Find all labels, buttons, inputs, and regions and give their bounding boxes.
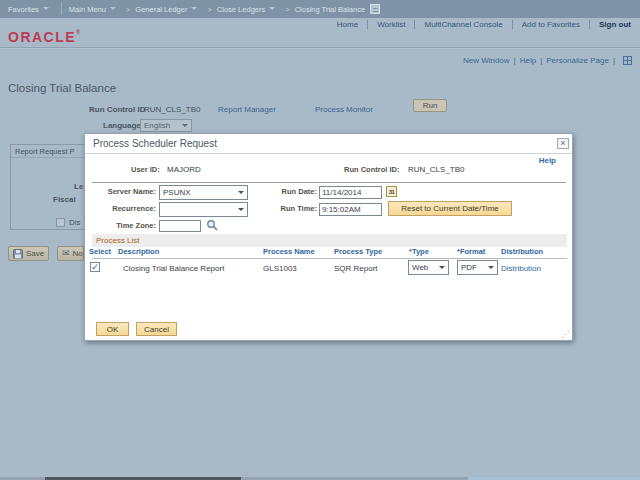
row-process-name: GLS1003 [263,264,297,273]
divider [512,20,513,29]
process-scheduler-request-dialog: Process Scheduler Request Help User ID: … [84,133,573,341]
envelope-icon: ✉ [62,249,70,258]
type-select[interactable]: Web [408,260,449,275]
chevron-down-icon [238,191,244,194]
link-home[interactable]: Home [337,20,358,29]
floppy-disk-icon [13,249,23,259]
display-checkbox[interactable] [56,218,65,227]
link-sign-out[interactable]: Sign out [599,20,631,29]
run-date-label: Run Date: [245,187,317,196]
select-checkbox[interactable] [90,262,100,272]
type-value: Web [412,263,428,272]
menu-main-menu[interactable]: Main Menu [69,5,106,14]
chevron-down-icon [191,7,197,10]
chevron-down-icon [182,124,188,127]
chevron-down-icon [238,208,244,211]
col-select: Select [89,247,111,256]
divider: | [613,56,615,65]
run-time-input[interactable]: 9:15:02AM [319,203,382,216]
server-name-select[interactable]: PSUNX [159,185,248,200]
server-name-value: PSUNX [163,188,191,197]
header-links: Home Worklist MultiChannel Console Add t… [337,20,631,29]
divider [367,20,368,29]
save-button-label: Save [26,249,44,258]
col-process-name: Process Name [263,247,315,256]
divider: | [514,56,516,65]
link-multichannel-console[interactable]: MultiChannel Console [424,20,502,29]
dialog-title: Process Scheduler Request [93,138,217,149]
language-value: English [144,121,170,130]
cancel-button[interactable]: Cancel [136,322,177,336]
run-control-id-value: RUN_CLS_TB0 [144,105,200,114]
breadcrumb-general-ledger[interactable]: General Ledger [135,5,187,14]
process-list-header-bar: Process List [92,234,567,247]
breadcrumb-separator: > [207,5,211,14]
fiscal-year-label-partial: Fiscal [53,195,76,204]
breadcrumb-closing-trial-balance[interactable]: Closing Trial Balance [295,5,365,14]
ledger-label-partial: Le [74,182,83,191]
page-title: Closing Trial Balance [8,82,116,94]
divider: | [540,56,542,65]
time-zone-label: Time Zone: [85,221,156,230]
col-description: Description [118,247,159,256]
lookup-magnifier-icon[interactable] [206,219,219,232]
chevron-down-icon [488,266,494,269]
language-select[interactable]: English [140,119,192,132]
link-worklist[interactable]: Worklist [377,20,405,29]
col-type: *Type [409,247,429,256]
divider [92,182,566,183]
ok-button[interactable]: OK [96,322,129,336]
col-format: *Format [457,247,485,256]
calendar-icon[interactable] [386,186,397,197]
run-control-id-label: Run Control ID: [344,165,399,174]
display-label-partial: Dis [69,218,81,227]
notepad-icon[interactable] [370,4,380,14]
run-date-input[interactable]: 11/14/2014 [319,186,382,199]
col-process-type: Process Type [334,247,382,256]
layout-grid-icon[interactable] [623,56,632,65]
process-list-title: Process List [96,236,140,245]
run-control-id-value: RUN_CLS_TB0 [408,165,464,174]
breadcrumb-separator: > [285,5,289,14]
run-button[interactable]: Run [413,99,447,112]
notify-button[interactable]: ✉ Noti [57,246,84,261]
reset-datetime-button[interactable]: Reset to Current Date/Time [388,201,512,216]
server-name-label: Server Name: [85,187,156,196]
link-new-window[interactable]: New Window [463,56,510,65]
process-monitor-link[interactable]: Process Monitor [315,105,373,114]
dialog-help-link[interactable]: Help [539,156,556,165]
resize-handle[interactable] [561,330,569,339]
run-control-id-label: Run Control ID [89,105,145,114]
time-zone-input[interactable] [159,220,201,232]
col-distribution: Distribution [501,247,543,256]
language-label: Language [103,121,141,130]
close-icon[interactable] [557,138,569,149]
save-button[interactable]: Save [8,246,49,261]
breadcrumb-close-ledgers[interactable]: Close Ledgers [217,5,265,14]
chevron-down-icon [43,7,49,10]
page-toolbar-links: New Window | Help | Personalize Page | [463,56,632,65]
user-id-label: User ID: [131,165,160,174]
recurrence-label: Recurrence: [85,204,156,213]
divider [0,48,640,49]
format-select[interactable]: PDF [457,260,498,275]
user-id-value: MAJORD [167,165,201,174]
chevron-down-icon [439,266,445,269]
chevron-down-icon [110,7,116,10]
format-value: PDF [461,263,477,272]
oracle-logo: ORACLE [8,29,80,45]
report-manager-link[interactable]: Report Manager [218,105,276,114]
menu-favorites[interactable]: Favorites [8,5,39,14]
notify-button-label: Noti [73,249,84,258]
recurrence-select[interactable] [159,202,248,217]
link-personalize-page[interactable]: Personalize Page [546,56,609,65]
link-help[interactable]: Help [520,56,536,65]
link-add-to-favorites[interactable]: Add to Favorites [522,20,580,29]
row-description: Closing Trial Balance Report [123,264,224,273]
divider [92,258,567,259]
distribution-link[interactable]: Distribution [501,264,541,273]
divider [85,153,572,154]
divider [589,20,590,29]
row-process-type: SQR Report [334,264,378,273]
divider [61,3,62,15]
